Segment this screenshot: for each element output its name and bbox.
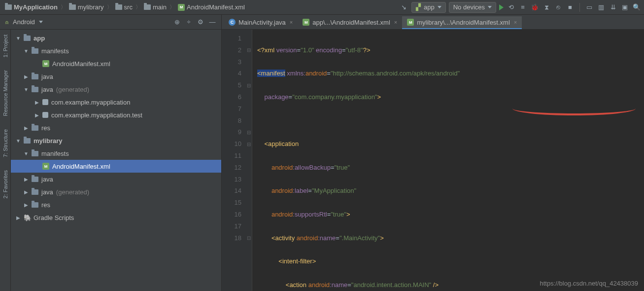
- run-config-selector[interactable]: ▞app: [411, 2, 446, 13]
- scroll-to-source-icon[interactable]: ⊕: [173, 18, 181, 26]
- chevron-down-icon: [438, 6, 441, 8]
- close-icon[interactable]: ×: [514, 19, 517, 25]
- tree-node[interactable]: ▶com.example.myapplication: [11, 96, 221, 109]
- run-button-icon[interactable]: [499, 4, 504, 10]
- close-icon[interactable]: ×: [394, 19, 397, 25]
- tree-node[interactable]: ▶java: [11, 70, 221, 83]
- tool-window-strip-left: 1: Project Resource Manager 7: Structure…: [0, 30, 11, 291]
- attach-debugger-icon[interactable]: ⎋: [554, 3, 563, 12]
- fold-gutter: ⊟⊟⊟⊟⊡: [245, 30, 252, 291]
- favorites-tool-tab[interactable]: 2: Favorites: [2, 167, 8, 201]
- folder-icon: [32, 177, 38, 182]
- tree-node[interactable]: ▼mylibrary: [11, 134, 221, 147]
- watermark: https://blog.csdn.net/qq_42438039: [540, 280, 639, 287]
- project-tool-tab[interactable]: 1: Project: [2, 32, 8, 60]
- folder-icon: [24, 138, 31, 144]
- code-area[interactable]: <?xml version="1.0" encoding="utf-8"?> <…: [252, 30, 644, 291]
- tree-node[interactable]: ▶com.example.myapplication.test: [11, 109, 221, 121]
- chevron-down-icon[interactable]: [39, 21, 43, 23]
- expand-icon[interactable]: ÷: [185, 18, 193, 26]
- project-view-title[interactable]: Android: [13, 18, 35, 26]
- avd-manager-icon[interactable]: ▭: [585, 3, 594, 12]
- device-selector[interactable]: No devices: [449, 2, 496, 13]
- folder-icon: [32, 87, 38, 92]
- folder-icon: [32, 48, 38, 54]
- folder-icon: [32, 189, 38, 195]
- tree-node[interactable]: ▶java: [11, 173, 221, 185]
- project-tree[interactable]: ▼app▼manifests•MAndroidManifest.xml▶java…: [11, 30, 222, 291]
- breadcrumb-item[interactable]: main: [142, 2, 169, 12]
- navigation-toolbar: MyApplication〉 mylibrary〉 src〉 main〉 MAn…: [0, 0, 644, 15]
- structure-tool-tab[interactable]: 7: Structure: [2, 126, 8, 160]
- apply-code-icon[interactable]: ≡: [518, 3, 527, 12]
- sync-icon[interactable]: ⇊: [609, 3, 617, 12]
- folder-icon: [24, 36, 31, 41]
- chevron-down-icon: [488, 6, 492, 8]
- sdk-manager-icon[interactable]: ▥: [597, 3, 606, 12]
- debug-icon[interactable]: 🐞: [530, 3, 539, 12]
- folder-icon: [32, 202, 38, 208]
- stop-icon[interactable]: ■: [566, 3, 575, 12]
- folder-icon: [32, 74, 38, 79]
- close-icon[interactable]: ×: [290, 19, 293, 25]
- tree-node[interactable]: ▶java (generated): [11, 185, 221, 198]
- build-icon[interactable]: ↘: [400, 3, 408, 12]
- xml-file-icon: M: [407, 19, 414, 26]
- toolbar-actions: ↘ ▞app No devices ⟲ ≡ 🐞 ⧗ ⎋ ■ ▭ ▥ ⇊ ▣ 🔍: [400, 2, 641, 13]
- folder-icon: [5, 4, 12, 10]
- tree-node[interactable]: ▶🐘Gradle Scripts: [11, 211, 221, 224]
- tree-node[interactable]: ▼manifests: [11, 147, 221, 160]
- java-file-icon: C: [229, 19, 236, 26]
- tab-app-manifest[interactable]: Mapp\...\AndroidManifest.xml×: [298, 16, 402, 29]
- tree-node[interactable]: ▶res: [11, 121, 221, 134]
- gradle-icon: 🐘: [24, 214, 31, 221]
- android-icon: ⍝: [5, 18, 9, 26]
- settings-icon[interactable]: ⚙: [197, 18, 204, 26]
- xml-icon: M: [42, 60, 49, 67]
- xml-file-icon: M: [178, 4, 185, 11]
- search-icon[interactable]: 🔍: [632, 3, 641, 12]
- folder-icon: [32, 151, 38, 156]
- tree-node[interactable]: •MAndroidManifest.xml: [11, 57, 221, 70]
- pkg-icon: [42, 99, 48, 105]
- editor-tabs: CMainActivity.java× Mapp\...\AndroidMani…: [222, 15, 644, 29]
- apply-changes-icon[interactable]: ⟲: [507, 3, 515, 12]
- xml-file-icon: M: [303, 19, 309, 26]
- folder-icon: [115, 4, 122, 10]
- folder-icon: [32, 125, 38, 131]
- project-view-header: ⍝ Android ⊕ ÷ ⚙ —: [0, 15, 222, 29]
- breadcrumb-item[interactable]: MyApplication: [3, 2, 60, 12]
- profile-icon[interactable]: ⧗: [542, 3, 551, 12]
- tab-mylibrary-manifest[interactable]: Mmylibrary\...\AndroidManifest.xml×: [402, 16, 522, 29]
- layout-inspector-icon[interactable]: ▣: [620, 3, 629, 12]
- breadcrumb-item[interactable]: MAndroidManifest.xml: [176, 2, 247, 12]
- folder-icon: [69, 4, 76, 10]
- breadcrumb-item[interactable]: mylibrary: [67, 2, 106, 12]
- tab-mainactivity[interactable]: CMainActivity.java×: [224, 16, 298, 29]
- tree-node[interactable]: ▶res: [11, 198, 221, 211]
- hide-icon[interactable]: —: [208, 18, 216, 26]
- resource-manager-tool-tab[interactable]: Resource Manager: [2, 67, 8, 119]
- folder-icon: [144, 4, 151, 10]
- breadcrumb-item[interactable]: src: [113, 2, 135, 12]
- tree-node[interactable]: •MAndroidManifest.xml: [11, 160, 221, 173]
- tree-node[interactable]: ▼app: [11, 32, 221, 44]
- breadcrumb: MyApplication〉 mylibrary〉 src〉 main〉 MAn…: [3, 2, 247, 12]
- line-number-gutter: 123456789101112131415161718: [222, 30, 245, 291]
- tree-node[interactable]: ▼java (generated): [11, 83, 221, 96]
- code-editor[interactable]: 123456789101112131415161718 ⊟⊟⊟⊟⊡ <?xml …: [222, 30, 644, 291]
- pkg-icon: [42, 112, 48, 118]
- tree-node[interactable]: ▼manifests: [11, 44, 221, 57]
- xml-icon: M: [42, 163, 49, 170]
